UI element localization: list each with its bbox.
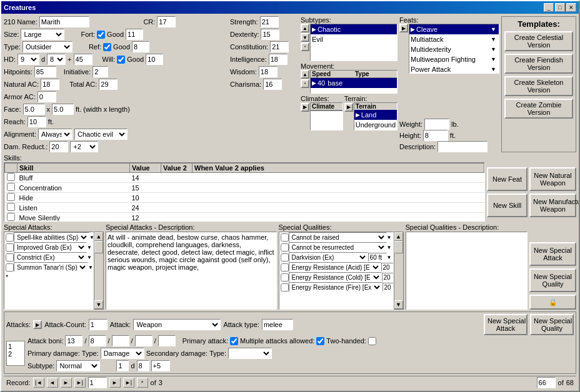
- sa-item-1[interactable]: Improved Grab (Ex) ▼: [4, 242, 93, 252]
- attack-type-input[interactable]: [262, 319, 293, 330]
- move-star-btn[interactable]: *: [301, 79, 309, 88]
- nav-last-btn[interactable]: ►|: [74, 378, 86, 388]
- sq-desc-text[interactable]: [406, 232, 528, 310]
- dice1[interactable]: [116, 360, 129, 371]
- sa-item-0[interactable]: Spell-like abilities (Sp) ▼: [4, 232, 93, 242]
- dex-input[interactable]: [261, 29, 279, 40]
- sq-check-2[interactable]: [281, 253, 289, 262]
- sq-select-5[interactable]: Energy Resistance (Fire) [Ex: [289, 282, 382, 292]
- name-input[interactable]: [39, 16, 89, 27]
- attack-set-2[interactable]: 2: [8, 350, 23, 358]
- sa-select-2[interactable]: Constrict (Ex): [14, 252, 87, 262]
- sq-check-4[interactable]: [281, 273, 289, 282]
- sq-select-1[interactable]: Cannot be resurrected: [289, 242, 387, 252]
- nav-first-btn[interactable]: |◄: [33, 378, 44, 388]
- sq-val-2[interactable]: [368, 253, 387, 262]
- sa-item-2[interactable]: Constrict (Ex) ▼: [4, 252, 93, 262]
- skill-check-cell[interactable]: [5, 173, 18, 183]
- feat-item-2[interactable]: Multidexterity▼: [409, 44, 499, 54]
- fort-good-check[interactable]: [97, 31, 105, 39]
- terrain-item-land[interactable]: ▶Land: [354, 110, 397, 120]
- close-button[interactable]: ✕: [566, 3, 576, 12]
- sq-val-3[interactable]: [381, 263, 394, 272]
- sa-check-3[interactable]: [6, 263, 14, 272]
- sa-scrollbar[interactable]: ▲ ▼: [94, 232, 104, 310]
- climate-arrow-btn[interactable]: ▶: [301, 103, 309, 112]
- sq-scroll-thumb[interactable]: [394, 241, 403, 253]
- skill-check-cell[interactable]: [5, 193, 18, 203]
- sa-item-3[interactable]: Summon Tanar'ri (Sp) ▼: [4, 262, 93, 272]
- sa-select-1[interactable]: Improved Grab (Ex): [14, 242, 87, 252]
- feats-listbox[interactable]: ▶Cleave▼ Multiattack▼ Multidexterity▼ Mu…: [409, 24, 499, 74]
- bonus4[interactable]: [135, 335, 152, 346]
- move-up-btn[interactable]: ▲: [301, 70, 309, 79]
- cr-input[interactable]: [157, 16, 176, 27]
- sa-scroll-up[interactable]: ▲: [94, 232, 103, 241]
- wis-input[interactable]: [259, 66, 278, 77]
- counter-current[interactable]: [537, 377, 556, 388]
- face-w-input[interactable]: [23, 104, 45, 115]
- bonus-dmg[interactable]: [151, 360, 170, 371]
- subtype-item-chaotic[interactable]: ▶Chaotic: [311, 24, 397, 34]
- skeleton-btn[interactable]: Create SkeletonVersion: [504, 76, 573, 96]
- celestial-btn[interactable]: Create CelestialVersion: [504, 31, 573, 51]
- sq-select-2[interactable]: Darkvision (Ex): [289, 252, 368, 262]
- total-ac-input[interactable]: [99, 79, 118, 90]
- bonus5[interactable]: [158, 335, 176, 346]
- sq-item-5[interactable]: Energy Resistance (Fire) [Ex ▼: [279, 282, 393, 292]
- bonus1[interactable]: [65, 335, 82, 346]
- sq-select-3[interactable]: Energy Resistance (Acid) [E: [289, 262, 381, 272]
- special-attacks-listbox[interactable]: Spell-like abilities (Sp) ▼ Improved Gra…: [4, 232, 94, 310]
- sa-desc-text[interactable]: At will - animate dead, bestow curse, ch…: [106, 232, 277, 310]
- skill-check-cell[interactable]: [5, 203, 18, 213]
- dam-reduct-2[interactable]: +2: [70, 141, 98, 152]
- init-input[interactable]: [92, 66, 108, 77]
- secondary-type-select[interactable]: [228, 348, 272, 359]
- new-special-quality-btn[interactable]: New SpecialQuality: [529, 268, 576, 292]
- terrain-listbox[interactable]: Terrain ▶Land Underground: [354, 102, 398, 130]
- sa-select-0[interactable]: Spell-like abilities (Sp): [14, 232, 89, 242]
- minimize-button[interactable]: _: [544, 3, 554, 12]
- face-l-input[interactable]: [52, 104, 74, 115]
- int-input[interactable]: [269, 54, 288, 65]
- desc-input[interactable]: [438, 141, 488, 152]
- sq-item-0[interactable]: Cannot be raised ▼: [279, 232, 393, 242]
- attacks-arrow-btn[interactable]: ▶: [33, 320, 42, 329]
- will-good-check[interactable]: [117, 56, 125, 64]
- dam-reduct-1[interactable]: [49, 141, 68, 152]
- new-skill-btn[interactable]: New Skill: [487, 194, 528, 217]
- attack-set-1[interactable]: 1: [8, 343, 23, 350]
- skill-check-cell[interactable]: [5, 183, 18, 193]
- ref-good-check[interactable]: [103, 43, 111, 51]
- bonus2[interactable]: [89, 335, 106, 346]
- sq-select-0[interactable]: Cannot be raised: [289, 232, 387, 242]
- sq-scroll-up[interactable]: ▲: [394, 232, 403, 241]
- new-natural-weapon-btn[interactable]: New NaturalWeapon: [529, 167, 576, 191]
- ref-val[interactable]: [132, 41, 149, 52]
- con-input[interactable]: [270, 41, 289, 52]
- nav-star-btn[interactable]: ►|: [123, 378, 134, 388]
- damage-type-select[interactable]: Damage: [101, 348, 144, 359]
- sq-item-3[interactable]: Energy Resistance (Acid) [E ▼: [279, 262, 393, 272]
- sq-item-1[interactable]: Cannot be resurrected ▼: [279, 242, 393, 252]
- sq-item-2[interactable]: Darkvision (Ex) ▼: [279, 252, 393, 262]
- hp-input[interactable]: [34, 66, 56, 77]
- new-feat-btn[interactable]: New Feat: [487, 167, 528, 191]
- sq-val-4[interactable]: [382, 273, 394, 282]
- type-select[interactable]: Outsider: [22, 41, 72, 52]
- weight-input[interactable]: [424, 119, 449, 130]
- sq-check-3[interactable]: [281, 263, 289, 272]
- skill-check-cell[interactable]: [5, 213, 18, 222]
- armor-ac-input[interactable]: [38, 91, 56, 102]
- sq-check-0[interactable]: [281, 233, 289, 242]
- height-input[interactable]: [423, 130, 448, 141]
- unknown-btn[interactable]: 🔒: [529, 295, 576, 310]
- sq-val-5[interactable]: [382, 283, 394, 292]
- bonus3[interactable]: [112, 335, 129, 346]
- sq-scroll-down[interactable]: ▼: [394, 300, 403, 309]
- maximize-button[interactable]: □: [555, 3, 565, 12]
- sa-scroll-down[interactable]: ▼: [94, 300, 103, 309]
- new-manufactured-weapon-btn[interactable]: New ManufacturedWeapon: [529, 194, 576, 217]
- nav-of-btn[interactable]: ►: [109, 378, 121, 388]
- terrain-arrow-btn[interactable]: ▶: [344, 103, 353, 112]
